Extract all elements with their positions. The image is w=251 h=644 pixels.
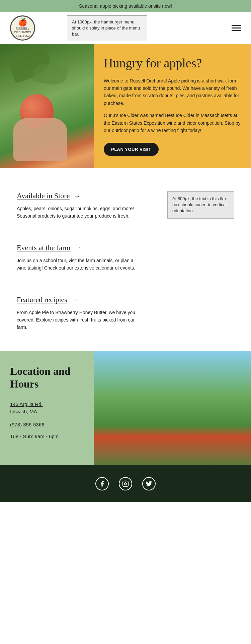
header: 🍎 RUSSELLORCHARDSEST. 1952 At 1000px, th…: [0, 12, 251, 44]
spacer-2: [0, 335, 251, 351]
hamburger-menu[interactable]: [232, 25, 241, 31]
store-row: Available in Store → Apples, pears, onio…: [17, 191, 234, 220]
twitter-icon[interactable]: [142, 477, 156, 490]
store-note-box: At 800px, the text in this flex box shou…: [167, 191, 234, 219]
address-line-1: 143 Argilla Rd.: [10, 401, 43, 407]
hero-paragraph-2: Our J's Ice Cider was named Best Ice Cid…: [104, 112, 241, 134]
events-body: Join us on a school tour, visit the farm…: [17, 257, 144, 272]
store-note-text: At 800px, the text in this flex box shou…: [172, 196, 227, 213]
events-link-text[interactable]: Events at the farm: [17, 243, 71, 252]
store-main: Available in Store → Apples, pears, onio…: [17, 191, 157, 220]
footer: [0, 465, 251, 502]
store-note: At 800px, the text in this flex box shou…: [167, 191, 234, 219]
events-section: Events at the farm → Join us on a school…: [0, 237, 251, 275]
plan-visit-button[interactable]: PLAN YOUR VISIT: [104, 143, 159, 156]
location-image: [94, 351, 251, 465]
spacer-1: [0, 168, 251, 185]
location-hours: Tue - Sun: 9am - 6pm: [10, 433, 84, 439]
orchard-photo: [94, 351, 251, 465]
location-phone: (978) 356-5366: [10, 422, 84, 427]
recipes-body: From Apple Pie to Strawberry Honey Butte…: [17, 309, 144, 331]
facebook-icon[interactable]: [95, 477, 109, 490]
address-line-2: Ipswich, MA: [10, 409, 37, 414]
events-link[interactable]: Events at the farm →: [17, 243, 234, 252]
events-arrow-icon: →: [75, 244, 81, 251]
location-address[interactable]: 143 Argilla Rd. Ipswich, MA: [10, 401, 84, 416]
logo-text: RUSSELLORCHARDSEST. 1952: [14, 27, 31, 38]
hamburger-line-1: [232, 25, 241, 26]
hand-shape: [13, 118, 67, 161]
svg-point-2: [127, 482, 128, 482]
recipes-section: Featured recipies → From Apple Pie to St…: [0, 289, 251, 335]
hero-content: Hungry for apples? Welcome to Russell Or…: [94, 44, 251, 168]
store-arrow-icon: →: [74, 192, 80, 200]
location-info: Location and Hours 143 Argilla Rd. Ipswi…: [0, 351, 94, 465]
divider-2: [0, 275, 251, 289]
divider-1: [0, 223, 251, 237]
banner-text: Seasonal apple picking available onsite …: [79, 3, 172, 9]
store-section: Available in Store → Apples, pears, onio…: [0, 185, 251, 223]
store-body: Apples, pears, onions, sugar pumpkins, e…: [17, 205, 144, 220]
tooltip-text: At 1000px, the hamburger menu should dis…: [72, 19, 140, 37]
top-banner: Seasonal apple picking available onsite …: [0, 0, 251, 12]
location-section: Location and Hours 143 Argilla Rd. Ipswi…: [0, 351, 251, 465]
tooltip-box: At 1000px, the hamburger menu should dis…: [67, 15, 147, 41]
svg-rect-0: [123, 481, 129, 486]
hamburger-line-3: [232, 30, 241, 31]
logo: 🍎 RUSSELLORCHARDSEST. 1952: [10, 15, 35, 41]
recipes-link-text[interactable]: Featured recipies: [17, 295, 67, 304]
store-link[interactable]: Available in Store →: [17, 191, 157, 200]
svg-point-1: [124, 482, 127, 485]
hero-paragraph-1: Welcome to Russell Orchards! Apple picki…: [104, 77, 241, 107]
location-title: Location and Hours: [10, 365, 84, 391]
instagram-icon[interactable]: [119, 477, 132, 490]
hero-image: [0, 44, 94, 168]
hero-section: Hungry for apples? Welcome to Russell Or…: [0, 44, 251, 168]
hero-title: Hungry for apples?: [104, 56, 241, 71]
recipes-arrow-icon: →: [71, 296, 78, 303]
recipes-link[interactable]: Featured recipies →: [17, 295, 234, 304]
hamburger-line-2: [232, 27, 241, 28]
logo-apple-icon: 🍎: [18, 18, 27, 27]
store-link-text[interactable]: Available in Store: [17, 191, 70, 200]
